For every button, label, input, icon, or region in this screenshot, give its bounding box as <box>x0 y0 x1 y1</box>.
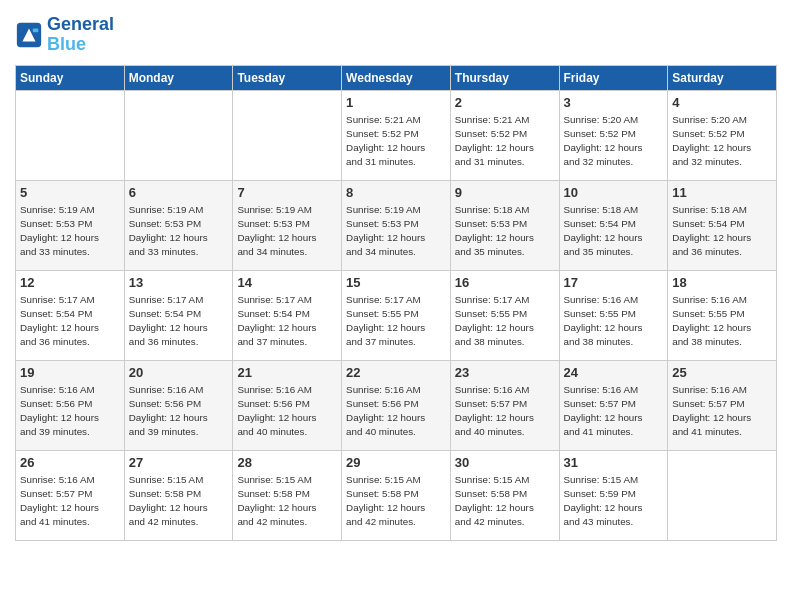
calendar-cell: 25Sunrise: 5:16 AM Sunset: 5:57 PM Dayli… <box>668 360 777 450</box>
page-header: General Blue <box>15 15 777 55</box>
day-info: Sunrise: 5:20 AM Sunset: 5:52 PM Dayligh… <box>672 113 772 170</box>
calendar-cell: 31Sunrise: 5:15 AM Sunset: 5:59 PM Dayli… <box>559 450 668 540</box>
day-info: Sunrise: 5:16 AM Sunset: 5:57 PM Dayligh… <box>564 383 664 440</box>
day-info: Sunrise: 5:15 AM Sunset: 5:58 PM Dayligh… <box>237 473 337 530</box>
day-number: 14 <box>237 275 337 290</box>
day-info: Sunrise: 5:19 AM Sunset: 5:53 PM Dayligh… <box>129 203 229 260</box>
calendar-cell: 21Sunrise: 5:16 AM Sunset: 5:56 PM Dayli… <box>233 360 342 450</box>
calendar-cell: 4Sunrise: 5:20 AM Sunset: 5:52 PM Daylig… <box>668 90 777 180</box>
day-info: Sunrise: 5:17 AM Sunset: 5:54 PM Dayligh… <box>129 293 229 350</box>
day-number: 3 <box>564 95 664 110</box>
day-info: Sunrise: 5:15 AM Sunset: 5:58 PM Dayligh… <box>455 473 555 530</box>
day-info: Sunrise: 5:16 AM Sunset: 5:57 PM Dayligh… <box>20 473 120 530</box>
calendar-cell: 9Sunrise: 5:18 AM Sunset: 5:53 PM Daylig… <box>450 180 559 270</box>
day-info: Sunrise: 5:16 AM Sunset: 5:56 PM Dayligh… <box>129 383 229 440</box>
day-info: Sunrise: 5:16 AM Sunset: 5:56 PM Dayligh… <box>20 383 120 440</box>
day-info: Sunrise: 5:19 AM Sunset: 5:53 PM Dayligh… <box>346 203 446 260</box>
calendar-cell: 28Sunrise: 5:15 AM Sunset: 5:58 PM Dayli… <box>233 450 342 540</box>
day-number: 7 <box>237 185 337 200</box>
calendar-cell: 7Sunrise: 5:19 AM Sunset: 5:53 PM Daylig… <box>233 180 342 270</box>
day-info: Sunrise: 5:17 AM Sunset: 5:54 PM Dayligh… <box>237 293 337 350</box>
day-info: Sunrise: 5:15 AM Sunset: 5:58 PM Dayligh… <box>346 473 446 530</box>
day-number: 21 <box>237 365 337 380</box>
calendar-week-row: 1Sunrise: 5:21 AM Sunset: 5:52 PM Daylig… <box>16 90 777 180</box>
calendar-cell: 18Sunrise: 5:16 AM Sunset: 5:55 PM Dayli… <box>668 270 777 360</box>
calendar-cell: 15Sunrise: 5:17 AM Sunset: 5:55 PM Dayli… <box>342 270 451 360</box>
day-info: Sunrise: 5:18 AM Sunset: 5:54 PM Dayligh… <box>672 203 772 260</box>
day-number: 5 <box>20 185 120 200</box>
calendar-cell: 17Sunrise: 5:16 AM Sunset: 5:55 PM Dayli… <box>559 270 668 360</box>
day-number: 10 <box>564 185 664 200</box>
calendar-cell: 13Sunrise: 5:17 AM Sunset: 5:54 PM Dayli… <box>124 270 233 360</box>
day-info: Sunrise: 5:17 AM Sunset: 5:55 PM Dayligh… <box>455 293 555 350</box>
day-number: 28 <box>237 455 337 470</box>
day-info: Sunrise: 5:17 AM Sunset: 5:55 PM Dayligh… <box>346 293 446 350</box>
weekday-header: Saturday <box>668 65 777 90</box>
day-info: Sunrise: 5:21 AM Sunset: 5:52 PM Dayligh… <box>455 113 555 170</box>
calendar-week-row: 5Sunrise: 5:19 AM Sunset: 5:53 PM Daylig… <box>16 180 777 270</box>
weekday-header: Monday <box>124 65 233 90</box>
day-info: Sunrise: 5:15 AM Sunset: 5:58 PM Dayligh… <box>129 473 229 530</box>
calendar-cell: 12Sunrise: 5:17 AM Sunset: 5:54 PM Dayli… <box>16 270 125 360</box>
day-number: 18 <box>672 275 772 290</box>
calendar-cell: 16Sunrise: 5:17 AM Sunset: 5:55 PM Dayli… <box>450 270 559 360</box>
day-number: 12 <box>20 275 120 290</box>
day-number: 2 <box>455 95 555 110</box>
day-number: 6 <box>129 185 229 200</box>
calendar-cell <box>124 90 233 180</box>
calendar-cell: 20Sunrise: 5:16 AM Sunset: 5:56 PM Dayli… <box>124 360 233 450</box>
day-number: 31 <box>564 455 664 470</box>
day-info: Sunrise: 5:21 AM Sunset: 5:52 PM Dayligh… <box>346 113 446 170</box>
weekday-header: Wednesday <box>342 65 451 90</box>
calendar-cell: 27Sunrise: 5:15 AM Sunset: 5:58 PM Dayli… <box>124 450 233 540</box>
day-info: Sunrise: 5:19 AM Sunset: 5:53 PM Dayligh… <box>20 203 120 260</box>
calendar-cell: 3Sunrise: 5:20 AM Sunset: 5:52 PM Daylig… <box>559 90 668 180</box>
calendar-cell: 22Sunrise: 5:16 AM Sunset: 5:56 PM Dayli… <box>342 360 451 450</box>
day-info: Sunrise: 5:16 AM Sunset: 5:56 PM Dayligh… <box>346 383 446 440</box>
calendar-cell: 14Sunrise: 5:17 AM Sunset: 5:54 PM Dayli… <box>233 270 342 360</box>
calendar-cell: 23Sunrise: 5:16 AM Sunset: 5:57 PM Dayli… <box>450 360 559 450</box>
day-number: 29 <box>346 455 446 470</box>
weekday-header: Thursday <box>450 65 559 90</box>
calendar-cell: 10Sunrise: 5:18 AM Sunset: 5:54 PM Dayli… <box>559 180 668 270</box>
day-info: Sunrise: 5:17 AM Sunset: 5:54 PM Dayligh… <box>20 293 120 350</box>
calendar-week-row: 26Sunrise: 5:16 AM Sunset: 5:57 PM Dayli… <box>16 450 777 540</box>
day-number: 16 <box>455 275 555 290</box>
day-info: Sunrise: 5:18 AM Sunset: 5:53 PM Dayligh… <box>455 203 555 260</box>
weekday-header: Tuesday <box>233 65 342 90</box>
svg-rect-2 <box>33 28 39 32</box>
logo-text: General Blue <box>47 15 114 55</box>
day-number: 24 <box>564 365 664 380</box>
calendar-cell: 6Sunrise: 5:19 AM Sunset: 5:53 PM Daylig… <box>124 180 233 270</box>
day-info: Sunrise: 5:16 AM Sunset: 5:55 PM Dayligh… <box>672 293 772 350</box>
day-number: 20 <box>129 365 229 380</box>
calendar-cell: 5Sunrise: 5:19 AM Sunset: 5:53 PM Daylig… <box>16 180 125 270</box>
day-number: 27 <box>129 455 229 470</box>
calendar-cell: 1Sunrise: 5:21 AM Sunset: 5:52 PM Daylig… <box>342 90 451 180</box>
calendar-week-row: 19Sunrise: 5:16 AM Sunset: 5:56 PM Dayli… <box>16 360 777 450</box>
day-info: Sunrise: 5:19 AM Sunset: 5:53 PM Dayligh… <box>237 203 337 260</box>
day-number: 15 <box>346 275 446 290</box>
day-info: Sunrise: 5:16 AM Sunset: 5:57 PM Dayligh… <box>455 383 555 440</box>
day-number: 1 <box>346 95 446 110</box>
calendar-cell: 24Sunrise: 5:16 AM Sunset: 5:57 PM Dayli… <box>559 360 668 450</box>
day-number: 22 <box>346 365 446 380</box>
day-info: Sunrise: 5:16 AM Sunset: 5:55 PM Dayligh… <box>564 293 664 350</box>
calendar-cell: 2Sunrise: 5:21 AM Sunset: 5:52 PM Daylig… <box>450 90 559 180</box>
logo: General Blue <box>15 15 114 55</box>
day-number: 9 <box>455 185 555 200</box>
calendar-cell <box>16 90 125 180</box>
day-number: 30 <box>455 455 555 470</box>
weekday-header: Friday <box>559 65 668 90</box>
calendar-cell: 19Sunrise: 5:16 AM Sunset: 5:56 PM Dayli… <box>16 360 125 450</box>
calendar-cell: 11Sunrise: 5:18 AM Sunset: 5:54 PM Dayli… <box>668 180 777 270</box>
calendar-cell <box>668 450 777 540</box>
day-info: Sunrise: 5:16 AM Sunset: 5:56 PM Dayligh… <box>237 383 337 440</box>
day-number: 4 <box>672 95 772 110</box>
day-number: 25 <box>672 365 772 380</box>
calendar-cell: 26Sunrise: 5:16 AM Sunset: 5:57 PM Dayli… <box>16 450 125 540</box>
day-info: Sunrise: 5:15 AM Sunset: 5:59 PM Dayligh… <box>564 473 664 530</box>
calendar-cell: 30Sunrise: 5:15 AM Sunset: 5:58 PM Dayli… <box>450 450 559 540</box>
day-number: 26 <box>20 455 120 470</box>
day-number: 23 <box>455 365 555 380</box>
